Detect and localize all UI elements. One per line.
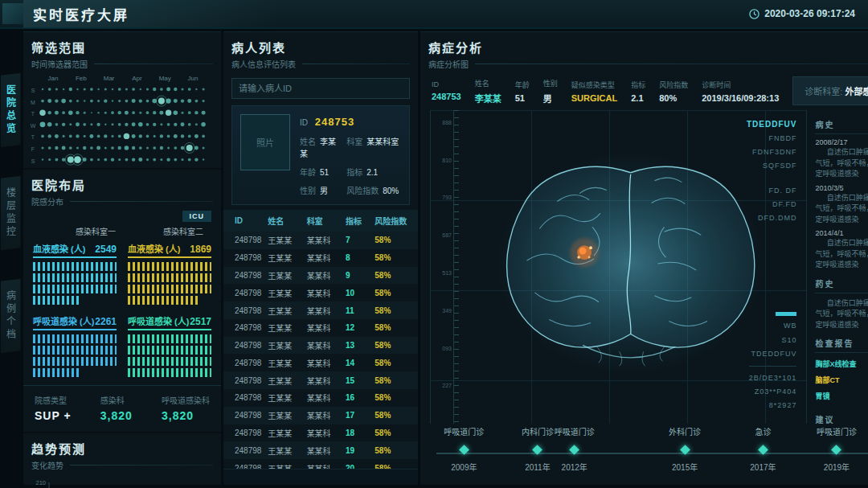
table-row[interactable]: 248798王某某某某科1058%	[223, 284, 418, 301]
table-cell: 58%	[373, 371, 418, 389]
dept-header-2: 感染科室二	[122, 225, 210, 237]
table-cell: 248798	[223, 441, 266, 459]
patient-card[interactable]: 照片 ID 248753 姓名李某某科室某某科室年龄51指标2.1性别男风险指数…	[231, 105, 410, 205]
table-row[interactable]: 248798王某某某某科1258%	[223, 319, 418, 337]
pictograph-row	[128, 357, 211, 366]
timeline-year: 2019年	[800, 461, 868, 473]
table-cell: 248798	[223, 249, 266, 267]
stat-label: 感染科	[100, 394, 133, 406]
layout-stat-3: 呼吸道感染科3,820	[162, 394, 210, 422]
table-row[interactable]: 248798王某某某某科1758%	[223, 407, 418, 424]
timeline-point-5[interactable]: 急诊2017年	[727, 425, 799, 473]
timeline-point-3[interactable]: 呼吸道门诊2012年	[538, 425, 611, 473]
timeline-point-1[interactable]: 呼吸道门诊2009年	[428, 425, 500, 473]
table-row[interactable]: 248798王某某某某科1658%	[223, 389, 418, 407]
table-cell: 某某科	[305, 354, 344, 371]
patient-table-wrap: ID姓名科室指标风险指数 248798王某某某某科758%248798王某某某某…	[223, 210, 418, 469]
table-row[interactable]: 248798王某某某某科2058%	[223, 459, 418, 469]
annotation-line: S10	[749, 334, 797, 347]
report-link[interactable]: 胃镜	[815, 391, 868, 401]
patient-list-panel: 病人列表 病人信息评估列表 照片 ID 248753 姓名李某某科室某某科室年龄…	[223, 31, 418, 485]
pictograph-row	[128, 273, 211, 282]
report-title: 检查报告	[815, 330, 868, 353]
patient-table: ID姓名科室指标风险指数 248798王某某某某科758%248798王某某某某…	[223, 210, 418, 469]
table-row[interactable]: 248798王某某某某科958%	[223, 267, 418, 285]
svg-text:W: W	[31, 123, 36, 129]
table-row[interactable]: 248798王某某某某科1158%	[223, 301, 418, 319]
table-row[interactable]: 248798王某某某某科758%	[223, 232, 418, 249]
svg-text:Apr: Apr	[132, 75, 142, 82]
info-field-value: 男	[543, 92, 558, 105]
sidebar-tab-3[interactable]: 病例个档	[1, 279, 21, 353]
infection-value: 2517	[190, 316, 211, 327]
history-section: 病史 2008/2/17自述伤口肿痛3天，胸闷气短，呼吸不畅，经诊断判定呼吸道感…	[815, 112, 868, 271]
timeline-point-6[interactable]: 呼吸道门诊2019年	[800, 425, 868, 473]
infection-block-1: 血液感染 (人)2549	[33, 242, 117, 305]
field-value: 51	[320, 168, 329, 177]
patient-id-search-input[interactable]	[231, 78, 410, 99]
trend-panel-title: 趋势预测	[23, 433, 221, 457]
table-row[interactable]: 248798王某某某某科1458%	[223, 354, 418, 371]
field-label: 年龄	[300, 168, 316, 177]
table-row[interactable]: 248798王某某某某科1958%	[223, 441, 418, 459]
infection-label: 呼吸道感染 (人)	[128, 314, 189, 327]
sidebar-tab-2[interactable]: 楼层监控	[1, 176, 21, 250]
infection-label: 血液感染 (人)	[33, 242, 85, 255]
timeline-visit-label: 急诊	[727, 425, 799, 443]
table-row[interactable]: 248798王某某某某科858%	[223, 249, 418, 267]
infection-block-head: 血液感染 (人)2549	[33, 242, 117, 258]
pictograph-row	[33, 357, 117, 366]
layout-panel-subtitle: 院感分布	[31, 195, 63, 207]
table-cell: 13	[344, 337, 373, 355]
stat-value: 3,820	[162, 409, 210, 422]
dept-label: 诊断科室:	[805, 87, 845, 96]
table-cell: 王某某	[266, 441, 305, 459]
timeline-dot	[569, 445, 579, 455]
table-cell: 王某某	[266, 301, 305, 319]
time-filter-punch-chart[interactable]: JanFebMarAprMayJunSMTWTFS	[27, 73, 218, 168]
info-field-label: 指标	[631, 80, 645, 90]
table-header-1: ID	[223, 210, 266, 232]
timeline-point-4[interactable]: 外科门诊2015年	[649, 425, 721, 473]
table-cell: 王某某	[266, 389, 305, 407]
infection-block-4: 呼吸道感染 (人)2517	[128, 314, 211, 377]
analysis-panel-title: 病症分析	[420, 32, 868, 55]
trend-area-chart[interactable]: 0428412616821001/0104/0107/0110/01	[28, 476, 216, 488]
layout-stat-1: 院感类型SUP +	[35, 394, 72, 422]
field-label: 科室	[346, 137, 362, 146]
table-cell: 8	[344, 249, 373, 267]
timeline-visit-label: 呼吸道门诊	[538, 425, 611, 443]
table-cell: 王某某	[266, 371, 305, 389]
timeline-year: 2009年	[428, 461, 500, 473]
info-field-2: 姓名李某某	[475, 78, 502, 105]
icu-badge[interactable]: ICU	[182, 211, 212, 222]
header-timestamp: 2020-03-26 09:17:24	[749, 8, 855, 19]
dept-value: 外部感染科	[845, 87, 868, 96]
sidebar-tab-1[interactable]: 医院总览	[1, 73, 21, 147]
pictograph-row	[128, 262, 211, 271]
table-header-5: 风险指数	[373, 210, 418, 232]
table-row[interactable]: 248798王某某某某科1858%	[223, 424, 418, 442]
filter-panel-subtitle: 时间筛选器范围	[31, 58, 88, 70]
table-row[interactable]: 248798王某某某某科1358%	[223, 337, 418, 355]
table-cell: 王某某	[266, 459, 305, 469]
info-field-label: 疑似感染类型	[571, 80, 617, 90]
report-link[interactable]: 胸部X线检查	[815, 359, 868, 369]
table-cell: 9	[344, 267, 373, 285]
info-field-label: 诊断时间	[702, 80, 779, 90]
timeline-visit-label: 呼吸道门诊	[428, 425, 500, 443]
table-row[interactable]: 248798王某某某某科1558%	[223, 371, 418, 389]
table-cell: 18	[344, 424, 373, 442]
analysis-panel-subtitle: 病症分析图	[428, 58, 469, 70]
report-link[interactable]: 脑部CT	[815, 375, 868, 385]
info-field-4: 性别男	[543, 78, 558, 105]
svg-text:Jun: Jun	[188, 75, 199, 82]
table-cell: 某某科	[305, 407, 344, 424]
table-cell: 20	[344, 459, 373, 469]
infection-block-2: 血液感染 (人)1869	[128, 242, 211, 305]
info-field-3: 年龄51	[515, 80, 530, 103]
timeline-visit-label: 呼吸道门诊	[800, 425, 868, 443]
infection-pictograph	[128, 334, 211, 377]
left-column: 筛选范围 时间筛选器范围 JanFebMarAprMayJunSMTWTFS 医…	[23, 31, 221, 485]
info-field-8: 诊断时间2019/3/16/09:28:13	[702, 80, 779, 103]
